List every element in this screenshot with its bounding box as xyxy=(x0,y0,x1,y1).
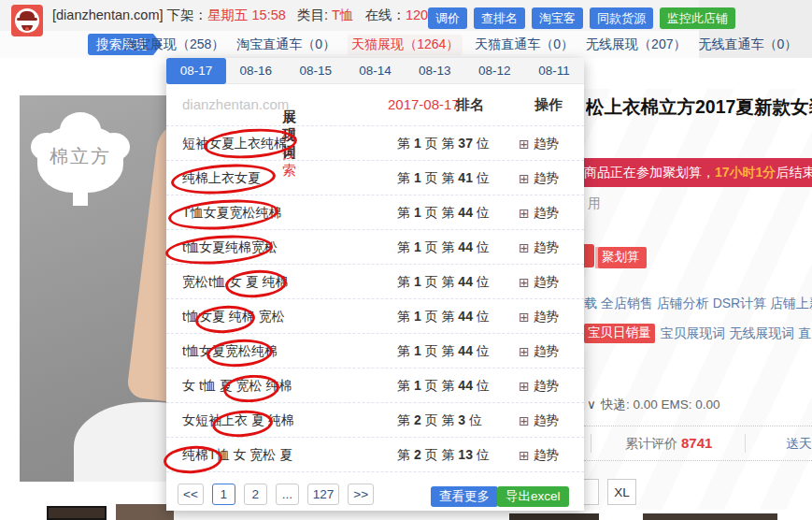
brand-cloud-trunk xyxy=(73,191,88,206)
rank-page-number: 1 xyxy=(414,136,421,151)
table-row: 女短袖上衣 夏 纯棉 第 2 页 第 3 位 ⊞ 趋势 xyxy=(166,402,584,437)
keyword-text: 女短袖上衣 夏 纯棉 xyxy=(182,412,294,429)
trend-link[interactable]: ⊞ 趋势 xyxy=(519,274,559,291)
word-links-row: 宝贝日销量 宝贝展现词 无线展现词 直通车分 xyxy=(584,324,812,343)
tool-links-row[interactable]: 载 全店销售 店铺分析 DSR计算 店铺上新 降权 xyxy=(584,296,812,312)
promo-countdown: 17小时1分 xyxy=(715,165,776,181)
pagination-page-1[interactable]: 1 xyxy=(212,484,235,505)
rank-page-number: 1 xyxy=(414,239,421,254)
trend-expand-icon: ⊞ xyxy=(519,137,530,151)
rank-text: 第 2 页 第 13 位 xyxy=(397,447,490,464)
rank-position-number: 44 xyxy=(458,378,473,393)
keyword-text: t恤女夏纯棉宽松 xyxy=(182,239,278,256)
keyword-text: 女 t恤 夏 宽松 纯棉 xyxy=(182,378,292,395)
export-excel-button[interactable]: 导出excel xyxy=(497,486,569,507)
trend-link[interactable]: ⊞ 趋势 xyxy=(519,205,559,222)
nav-tab[interactable]: 无线直通车（0） xyxy=(698,36,797,53)
view-more-button[interactable]: 查看更多 xyxy=(431,486,498,507)
keyword-text: 短袖女夏上衣纯棉 xyxy=(182,136,287,152)
rank-position-number: 37 xyxy=(458,136,473,151)
date-tab-08-15[interactable]: 08-15 xyxy=(286,58,346,84)
header-rank-col: 排名 xyxy=(456,96,484,114)
trend-link[interactable]: ⊞ 趋势 xyxy=(519,343,559,360)
shipping-info: ∨快递: 0.00 EMS: 0.00 xyxy=(587,397,719,413)
topbar-button-同款货源[interactable]: 同款货源 xyxy=(590,7,653,29)
keyword-text: 纯棉上衣女夏 xyxy=(182,170,261,187)
nav-tab[interactable]: 淘宝直通车（0） xyxy=(236,36,335,53)
daily-sales-badge[interactable]: 宝贝日销量 xyxy=(584,324,655,343)
table-row: t恤女夏宽松纯棉 第 1 页 第 44 位 ⊞ 趋势 xyxy=(166,333,584,368)
chevron-down-icon[interactable]: ∨ xyxy=(587,397,596,412)
topbar-button-监控此店铺[interactable]: 监控此店铺 xyxy=(660,7,735,29)
trend-link[interactable]: ⊞ 趋势 xyxy=(519,136,559,152)
product-thumbnail[interactable] xyxy=(47,506,107,520)
rank-position-number: 41 xyxy=(458,170,473,185)
header-brand: dianzhentan.com xyxy=(182,96,289,112)
juhuasuan-promo-banner: 商品正在参加聚划算，17小时1分后结束，请 xyxy=(584,158,812,187)
topbar-info: [dianzhentan.com] 下架：星期五 15:58 类目: T恤 在线… xyxy=(52,0,449,31)
rank-text: 第 1 页 第 44 位 xyxy=(397,309,490,325)
product-thumbnail[interactable] xyxy=(116,504,174,520)
nav-tab[interactable]: 天猫直通车（0） xyxy=(475,36,574,53)
rank-position-number: 44 xyxy=(458,205,473,220)
rank-text: 第 1 页 第 44 位 xyxy=(397,343,490,360)
trend-expand-icon: ⊞ xyxy=(519,449,530,462)
trend-link[interactable]: ⊞ 趋势 xyxy=(519,378,559,395)
rank-text: 第 1 页 第 37 位 xyxy=(397,136,490,152)
product-thumbnail[interactable] xyxy=(643,513,777,520)
rank-page-number: 1 xyxy=(414,378,421,393)
pagination-prev-<<[interactable]: << xyxy=(178,484,204,505)
table-row: T恤女夏宽松纯棉 第 1 页 第 44 位 ⊞ 趋势 xyxy=(166,195,584,229)
table-row: t恤女夏 纯棉 宽松 第 1 页 第 44 位 ⊞ 趋势 xyxy=(166,298,584,333)
rank-text: 第 1 页 第 44 位 xyxy=(397,239,490,256)
keyword-text: 宽松t恤 女 夏 纯棉 xyxy=(182,274,289,291)
table-row: 女 t恤 夏 宽松 纯棉 第 1 页 第 44 位 ⊞ 趋势 xyxy=(166,368,584,402)
trend-expand-icon: ⊞ xyxy=(519,380,530,393)
topbar-button-查排名[interactable]: 查排名 xyxy=(474,7,525,29)
trend-expand-icon: ⊞ xyxy=(519,414,530,427)
date-tab-08-12[interactable]: 08-12 xyxy=(464,58,524,84)
trend-link[interactable]: ⊞ 趋势 xyxy=(519,170,559,187)
pagination-page-127[interactable]: 127 xyxy=(307,484,340,505)
date-tab-08-14[interactable]: 08-14 xyxy=(346,58,406,84)
review-count[interactable]: 8741 xyxy=(681,435,712,451)
divider xyxy=(591,434,591,453)
table-row: t恤女夏纯棉宽松 第 1 页 第 44 位 ⊞ 趋势 xyxy=(166,229,584,264)
keyword-text: t恤女夏 纯棉 宽松 xyxy=(182,309,285,325)
trend-expand-icon: ⊞ xyxy=(519,311,530,324)
trend-link[interactable]: ⊞ 趋势 xyxy=(519,412,559,429)
divider xyxy=(584,426,812,426)
trend-link[interactable]: ⊞ 趋势 xyxy=(519,309,559,325)
rank-page-number: 1 xyxy=(414,343,421,358)
rank-page-number: 2 xyxy=(414,447,421,462)
pagination-ellipsis-...[interactable]: ... xyxy=(276,484,299,505)
trend-link[interactable]: ⊞ 趋势 xyxy=(519,239,559,256)
product-thumbnail[interactable] xyxy=(509,513,599,520)
size-button-xl[interactable]: XL xyxy=(607,479,636,505)
pagination-page-2[interactable]: 2 xyxy=(244,484,267,505)
date-tab-08-13[interactable]: 08-13 xyxy=(405,58,464,84)
rank-text: 第 1 页 第 41 位 xyxy=(397,170,490,187)
topbar-button-淘宝客[interactable]: 淘宝客 xyxy=(532,7,583,29)
nav-tab[interactable]: 无线展现（207） xyxy=(586,36,686,53)
date-tab-08-17[interactable]: 08-17 xyxy=(166,58,226,84)
word-links[interactable]: 宝贝展现词 无线展现词 直通车分 xyxy=(661,325,812,342)
header-date: 2017-08-17 xyxy=(388,96,460,112)
trend-expand-icon: ⊞ xyxy=(519,172,530,185)
partial-label: 用 xyxy=(588,195,601,212)
rank-page-number: 1 xyxy=(414,170,421,185)
trend-link[interactable]: ⊞ 趋势 xyxy=(519,447,559,464)
date-tab-08-16[interactable]: 08-16 xyxy=(226,58,286,84)
topbar-button-调价[interactable]: 调价 xyxy=(428,7,467,29)
nav-tab[interactable]: 天猫展现（1264） xyxy=(348,35,463,55)
topbar-buttons: 调价查排名淘宝客同款货源监控此店铺 xyxy=(428,7,735,29)
rank-position-number: 13 xyxy=(458,447,473,462)
trend-expand-icon: ⊞ xyxy=(519,276,530,289)
keyword-rank-popup: 08-1708-1608-1508-1408-1308-1208-11 dian… xyxy=(166,58,584,511)
topbar-info-segment: 类目: xyxy=(286,7,332,24)
pagination-next->>[interactable]: >> xyxy=(348,484,374,505)
table-row: 宽松t恤 女 夏 纯棉 第 1 页 第 44 位 ⊞ 趋势 xyxy=(166,264,584,298)
date-tab-08-11[interactable]: 08-11 xyxy=(524,58,584,84)
nav-tab[interactable]: 淘宝展现（258） xyxy=(124,36,224,53)
rank-position-number: 44 xyxy=(458,274,473,289)
